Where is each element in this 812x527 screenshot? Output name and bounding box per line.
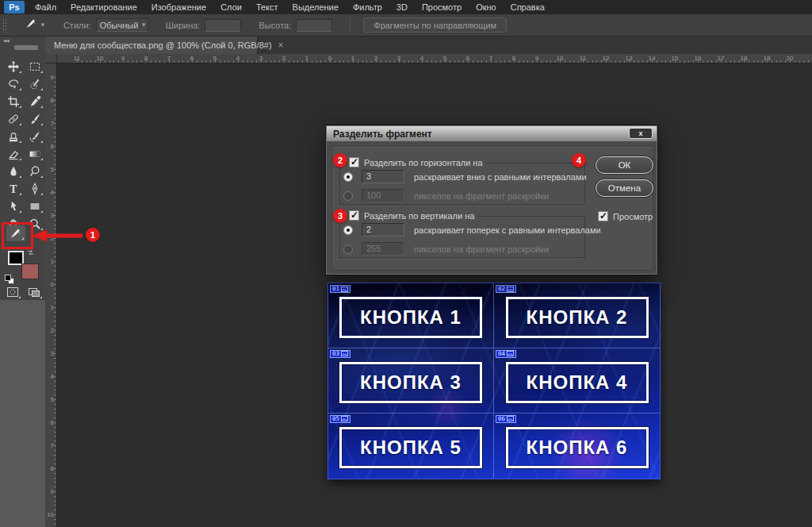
ruler-tick bbox=[335, 60, 335, 63]
tool-healing-brush[interactable] bbox=[4, 111, 23, 127]
menu-item-3[interactable]: Изображение bbox=[144, 0, 213, 14]
ruler-tick bbox=[54, 317, 56, 317]
tool-eraser[interactable] bbox=[4, 146, 23, 162]
horizontal-divide-checkbox[interactable] bbox=[349, 157, 359, 167]
tool-quick-mask[interactable] bbox=[3, 284, 22, 300]
swap-colors-icon[interactable] bbox=[26, 248, 36, 262]
tool-brush[interactable] bbox=[25, 111, 44, 127]
tool-quick-select[interactable] bbox=[25, 76, 44, 92]
ruler-tick bbox=[744, 59, 745, 63]
menu-item-7[interactable]: Фильтр bbox=[346, 0, 389, 14]
ruler-tick bbox=[54, 519, 56, 520]
ruler-tick bbox=[54, 348, 56, 349]
collapse-panel-icon[interactable]: ◀◀ bbox=[3, 38, 10, 43]
menu-button-label: КНОПКА 1 bbox=[360, 306, 462, 329]
v-pixels-row: 255 пикселов на фрагмент раскройки bbox=[343, 242, 549, 256]
ruler-tick bbox=[54, 312, 56, 313]
document-canvas: 01КНОПКА 102КНОПКА 203КНОПКА 304КНОПКА 4… bbox=[327, 283, 661, 479]
menu-item-4[interactable]: Слои bbox=[213, 0, 249, 14]
ruler-tick bbox=[54, 381, 56, 382]
ruler-tick bbox=[537, 59, 538, 63]
ruler-tick bbox=[385, 60, 386, 63]
tool-move[interactable] bbox=[4, 59, 23, 75]
menu-item-11[interactable]: Справка bbox=[504, 0, 552, 14]
menu-item-5[interactable]: Текст bbox=[249, 0, 285, 14]
h-count-input[interactable]: 3 bbox=[362, 170, 404, 183]
tool-clone-stamp[interactable] bbox=[4, 129, 23, 144]
ruler-tick bbox=[54, 137, 56, 137]
ruler-tick bbox=[54, 187, 56, 188]
slices-from-guides-button[interactable]: Фрагменты по направляющим bbox=[363, 17, 507, 33]
options-bar-grip[interactable] bbox=[2, 18, 6, 33]
ruler-tick bbox=[366, 60, 367, 63]
menu-item-9[interactable]: Просмотр bbox=[415, 0, 469, 14]
dialog-title[interactable]: Разделить фрагмент bbox=[327, 126, 657, 141]
ruler-tick bbox=[569, 60, 570, 63]
menu-item-6[interactable]: Выделение bbox=[285, 0, 346, 14]
slice-badge-04: 04 bbox=[496, 350, 516, 358]
v-pixels-input[interactable]: 255 bbox=[362, 242, 404, 256]
ruler-corner bbox=[45, 54, 57, 63]
horizontal-divide-legend: Разделить по горизонтали на bbox=[346, 157, 486, 167]
slice-content-icon bbox=[507, 287, 514, 292]
preview-checkbox[interactable] bbox=[598, 211, 608, 221]
tool-history-brush[interactable] bbox=[25, 129, 44, 144]
current-tool-indicator[interactable]: ▼ bbox=[25, 17, 46, 33]
v-even-radio[interactable] bbox=[343, 225, 353, 235]
menu-button-label: КНОПКА 2 bbox=[527, 306, 628, 329]
ruler-tick bbox=[795, 60, 795, 63]
document-tab[interactable]: Меню для сообщества.png @ 100% (Слой 0, … bbox=[45, 37, 258, 54]
default-colors-icon[interactable] bbox=[5, 275, 14, 284]
style-select[interactable]: Обычный ▼ bbox=[96, 18, 148, 32]
ruler-tick bbox=[606, 59, 607, 63]
cancel-button[interactable]: Отмена bbox=[596, 179, 653, 197]
h-pixels-input[interactable]: 100 bbox=[362, 189, 404, 202]
menu-item-1[interactable]: Файл bbox=[28, 0, 63, 14]
dialog-close-button[interactable]: x bbox=[629, 128, 653, 139]
background-color-swatch[interactable] bbox=[21, 264, 39, 279]
tool-pen[interactable] bbox=[25, 181, 44, 197]
ok-button[interactable]: ОК bbox=[596, 156, 653, 174]
tool-crop[interactable] bbox=[4, 94, 23, 110]
menu-item-8[interactable]: 3D bbox=[389, 0, 415, 14]
tool-path-select[interactable] bbox=[4, 198, 23, 214]
ruler-tick bbox=[228, 60, 229, 63]
ruler-tick bbox=[711, 60, 712, 63]
height-input[interactable] bbox=[296, 19, 332, 32]
ruler-tick bbox=[274, 60, 275, 63]
ruler-tick bbox=[151, 60, 151, 63]
tool-gradient[interactable] bbox=[25, 146, 44, 162]
menu-item-2[interactable]: Редактирование bbox=[63, 0, 144, 14]
ruler-tick bbox=[169, 59, 170, 63]
tool-dodge[interactable] bbox=[25, 163, 44, 179]
ruler-tick bbox=[54, 206, 56, 206]
ruler-tick bbox=[54, 133, 56, 133]
document-tab-bar: Меню для сообщества.png @ 100% (Слой 0, … bbox=[45, 37, 812, 54]
ruler-tick bbox=[427, 60, 427, 63]
close-tab-icon[interactable]: × bbox=[278, 41, 284, 49]
tool-eyedropper[interactable] bbox=[25, 94, 44, 110]
ruler-tick bbox=[619, 60, 620, 63]
tool-screen-mode[interactable] bbox=[25, 284, 44, 300]
tool-type[interactable]: T bbox=[4, 181, 23, 197]
ruler-tick bbox=[642, 60, 643, 63]
ruler-tick bbox=[343, 60, 344, 63]
tool-rect-shape[interactable] bbox=[25, 198, 44, 214]
tool-lasso[interactable] bbox=[4, 76, 23, 92]
annotation-step-2: 2 bbox=[333, 153, 347, 167]
panel-grip[interactable] bbox=[14, 45, 38, 50]
ruler-tick bbox=[220, 60, 220, 63]
h-even-radio[interactable] bbox=[343, 172, 353, 182]
menu-item-10[interactable]: Окно bbox=[469, 0, 504, 14]
v-pixels-label: пикселов на фрагмент раскройки bbox=[414, 244, 549, 254]
width-input[interactable] bbox=[205, 19, 241, 32]
vertical-divide-checkbox[interactable] bbox=[349, 210, 359, 221]
ruler-tick bbox=[458, 60, 459, 63]
ruler-tick bbox=[54, 482, 56, 483]
v-count-input[interactable]: 2 bbox=[362, 223, 404, 237]
v-pixels-radio[interactable] bbox=[343, 244, 353, 254]
h-pixels-radio[interactable] bbox=[343, 191, 353, 201]
tool-rect-marquee[interactable] bbox=[25, 59, 44, 75]
slice-badge-06: 06 bbox=[496, 415, 516, 423]
tool-blur[interactable] bbox=[4, 163, 23, 179]
